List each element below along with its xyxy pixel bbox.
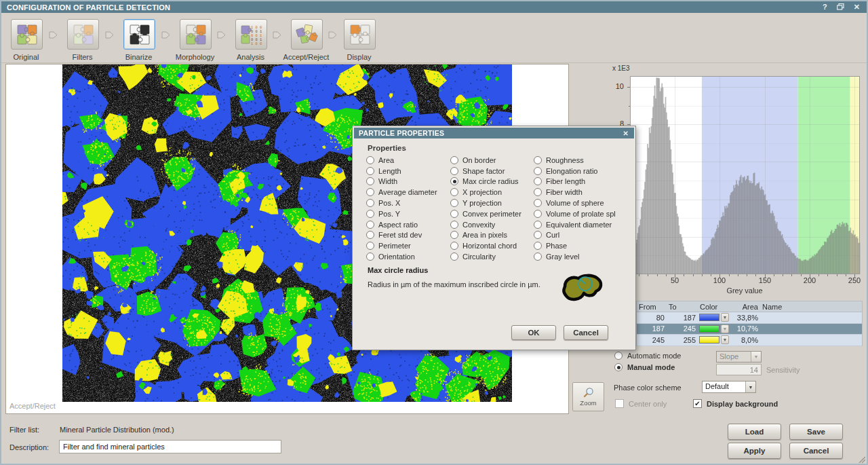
radio-icon[interactable] [450,167,458,175]
property-option[interactable]: Convexity [450,219,534,230]
chevron-down-icon[interactable]: ▼ [745,382,755,392]
center-only-option[interactable]: Center only [615,399,667,408]
property-option[interactable]: Length [366,166,450,176]
cancel-button[interactable]: Cancel [789,443,843,459]
radio-icon[interactable] [366,188,374,196]
chevron-down-icon[interactable]: ▼ [721,313,729,322]
radio-icon[interactable] [450,199,458,207]
property-option[interactable]: Gray level [534,251,635,262]
radio-icon[interactable] [534,221,542,229]
property-option[interactable]: Equivalent diameter [534,219,635,230]
resize-grip[interactable] [857,455,865,463]
phase-color-scheme-dropdown[interactable]: Default ▼ [702,381,756,393]
manual-mode-option[interactable]: Manual mode [614,363,675,371]
chevron-down-icon[interactable]: ▼ [721,324,729,333]
original-icon[interactable] [11,19,43,50]
radio-icon[interactable] [366,253,374,261]
display-icon[interactable] [344,19,376,50]
radio-icon[interactable] [534,177,542,185]
radio-icon[interactable] [450,177,458,185]
property-option[interactable]: X projection [450,187,534,198]
radio-icon[interactable] [450,156,458,164]
radio-icon[interactable] [614,363,623,371]
analysis-icon[interactable]: 1 0 0 0 0 0 1 1 0 0 1 0 0 0 1 0 1 0 0 0 [235,19,267,50]
radio-icon[interactable] [450,210,458,218]
property-option[interactable]: Orientation [366,251,450,262]
radio-icon[interactable] [534,167,542,175]
property-option[interactable]: On border [450,155,534,166]
property-option[interactable]: Fiber length [534,176,635,187]
workflow-step-analysis[interactable]: 1 0 0 0 0 0 1 1 0 0 1 0 0 0 1 0 1 0 0 0 … [235,19,266,50]
property-option[interactable]: Width [366,176,450,187]
filters-icon[interactable] [67,19,99,50]
slope-dropdown[interactable]: Slope ▼ [716,351,762,362]
radio-icon[interactable] [534,231,542,239]
workflow-step-accept-reject[interactable]: Accept/Reject [291,19,321,50]
radio-icon[interactable] [534,210,542,218]
close-button[interactable]: ✕ [854,3,860,11]
zoom-button[interactable]: Zoom [572,382,604,411]
checkbox-icon[interactable] [615,399,624,408]
radio-icon[interactable] [366,177,374,185]
help-button[interactable]: ? [823,3,827,11]
workflow-step-morphology[interactable]: Morphology [180,19,210,50]
load-button[interactable]: Load [728,424,781,440]
radio-icon[interactable] [366,156,374,164]
radio-icon[interactable] [366,167,374,175]
property-option[interactable]: Roughness [534,155,635,166]
save-button[interactable]: Save [789,424,843,440]
property-option[interactable]: Perimeter [366,240,450,251]
property-option[interactable]: Volume of sphere [534,198,635,208]
radio-icon[interactable] [366,242,374,250]
morphology-icon[interactable] [180,19,212,50]
description-input[interactable] [59,440,281,453]
apply-button[interactable]: Apply [728,443,781,459]
radio-icon[interactable] [450,231,458,239]
radio-icon[interactable] [534,156,542,164]
radio-icon[interactable] [614,352,623,360]
property-option[interactable]: Average diameter [366,187,450,198]
property-option[interactable]: Area [366,155,450,166]
property-option[interactable]: Aspect ratio [366,219,450,230]
radio-icon[interactable] [366,210,374,218]
workflow-step-display[interactable]: Display [344,19,374,50]
property-option[interactable]: Shape factor [450,166,534,176]
workflow-step-original[interactable]: Original [11,19,41,50]
phase-row[interactable]: 187245▼10,7% [637,324,862,335]
workflow-step-filters[interactable]: Filters [67,19,98,50]
accept-reject-icon[interactable] [291,19,323,50]
radio-icon[interactable] [534,188,542,196]
radio-icon[interactable] [450,242,458,250]
property-option[interactable]: Y projection [450,198,534,208]
property-option[interactable]: Fiber width [534,187,635,198]
radio-icon[interactable] [366,199,374,207]
phase-row[interactable]: 245255▼8,0% [637,335,862,346]
property-option[interactable]: Elongation ratio [534,166,635,176]
radio-icon[interactable] [450,188,458,196]
radio-icon[interactable] [366,221,374,229]
grey-value-histogram[interactable] [627,76,861,279]
restore-icon[interactable] [837,3,844,12]
property-option[interactable]: Volume of prolate spl [534,208,635,219]
ok-button[interactable]: OK [511,325,556,340]
automatic-mode-option[interactable]: Automatic mode [614,352,681,360]
chevron-down-icon[interactable]: ▼ [751,352,761,362]
radio-icon[interactable] [450,221,458,229]
chevron-down-icon[interactable]: ▼ [721,335,729,344]
property-option[interactable]: Convex perimeter [450,208,534,219]
radio-icon[interactable] [450,253,458,261]
property-option[interactable]: Circularity [450,251,534,262]
property-option[interactable]: Horizontal chord [450,240,534,251]
checkbox-icon[interactable]: ✔ [693,399,702,408]
property-option[interactable]: Area in pixels [450,230,534,241]
radio-icon[interactable] [366,231,374,239]
display-background-option[interactable]: ✔ Display background [693,399,778,408]
dialog-cancel-button[interactable]: Cancel [564,325,608,340]
property-option[interactable]: Feret std dev [366,230,450,241]
property-option[interactable]: Phase [534,240,635,251]
radio-icon[interactable] [534,253,542,261]
property-option[interactable]: Pos. X [366,198,450,208]
binarize-icon[interactable] [123,19,155,50]
property-option[interactable]: Max circle radius [450,176,534,187]
radio-icon[interactable] [534,199,542,207]
